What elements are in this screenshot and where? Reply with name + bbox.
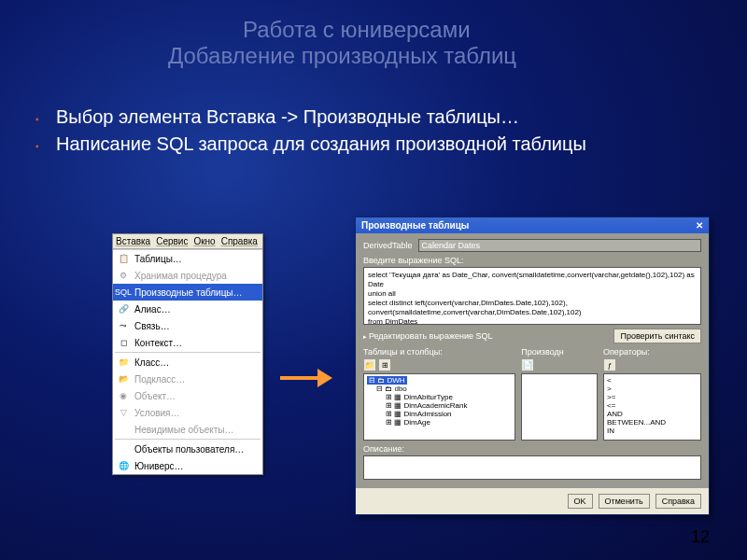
operator-item[interactable]: BETWEEN...AND bbox=[607, 418, 698, 427]
menu-item[interactable]: 📁Класс… bbox=[113, 354, 262, 371]
menu-item[interactable]: Невидимые объекты… bbox=[113, 421, 262, 438]
operator-item[interactable]: IN bbox=[607, 427, 698, 435]
menu-bar-item[interactable]: Вставка bbox=[116, 236, 150, 246]
menu-icon: 📂 bbox=[115, 372, 132, 385]
menu-icon: ▽ bbox=[115, 406, 132, 419]
tree-item[interactable]: ⊟ 🗀 dbo bbox=[367, 385, 512, 393]
operator-item[interactable]: <= bbox=[607, 401, 698, 410]
menu-item-label: Алиас… bbox=[134, 304, 171, 315]
menu-item-label: Таблицы… bbox=[134, 254, 182, 264]
menu-icon: 🌐 bbox=[115, 459, 132, 472]
menu-item[interactable]: SQLПроизводные таблицы… bbox=[113, 284, 262, 301]
derived-label: DerivedTable bbox=[363, 241, 413, 250]
toolbar-icon[interactable]: ƒ bbox=[603, 358, 616, 371]
menu-item-label: Невидимые объекты… bbox=[134, 425, 234, 435]
operator-item[interactable]: AND bbox=[607, 410, 698, 418]
derived-tables-dialog: Производные таблицы ✕ DerivedTable Введи… bbox=[355, 217, 710, 515]
menu-icon bbox=[115, 442, 132, 455]
cancel-button[interactable]: Отменить bbox=[599, 494, 650, 509]
menu-item[interactable]: ⚙Хранимая процедура bbox=[113, 267, 262, 284]
tree-item[interactable]: ⊞ ▦ DimAcademicRank bbox=[367, 401, 512, 410]
tables-tree[interactable]: ⊟ 🗀 DWH⊟ 🗀 dbo⊞ ▦ DimAbiturType⊞ ▦ DimAc… bbox=[363, 373, 515, 441]
dialog-titlebar: Производные таблицы ✕ bbox=[356, 217, 709, 233]
menu-icon: 📁 bbox=[115, 356, 132, 369]
tree-item[interactable]: ⊞ ▦ DimAbiturType bbox=[367, 393, 512, 401]
menu-item-label: Условия… bbox=[134, 408, 180, 418]
bullet-item: Написание SQL запроса для создания произ… bbox=[56, 133, 710, 155]
operator-item[interactable]: < bbox=[607, 376, 698, 385]
sql-textarea[interactable]: select 'Текущая дата' as Date_Char, conv… bbox=[363, 267, 701, 325]
operator-item[interactable]: > bbox=[607, 385, 698, 393]
menu-item-label: Подкласс… bbox=[134, 374, 185, 385]
menu-bar: Вставка Сервис Окно Справка bbox=[113, 234, 262, 249]
menu-item[interactable]: Объекты пользователя… bbox=[113, 441, 262, 457]
menu-item-label: Объект… bbox=[134, 391, 176, 401]
tree-item[interactable]: ⊟ 🗀 DWH bbox=[367, 376, 407, 385]
menu-item[interactable]: 📂Подкласс… bbox=[113, 371, 262, 387]
menu-bar-item[interactable]: Справка bbox=[221, 236, 258, 246]
menu-item-label: Хранимая процедура bbox=[134, 271, 227, 281]
menu-bar-item[interactable]: Окно bbox=[193, 236, 215, 246]
dialog-title: Производные таблицы bbox=[361, 220, 469, 231]
toolbar-icon[interactable]: 📁 bbox=[363, 358, 376, 371]
menu-item[interactable]: 📋Таблицы… bbox=[113, 250, 262, 267]
slide-title-2: Добавление производных таблиц bbox=[168, 43, 719, 69]
menu-icon: ⤳ bbox=[115, 319, 132, 332]
menu-item[interactable]: ▽Условия… bbox=[113, 404, 262, 421]
tables-columns-label: Таблицы и столбцы: bbox=[363, 347, 515, 357]
menu-item[interactable]: 🔗Алиас… bbox=[113, 301, 262, 317]
menu-icon: ⚙ bbox=[115, 269, 132, 282]
menu-icon: SQL bbox=[115, 286, 132, 299]
operators-label: Операторы: bbox=[603, 347, 701, 357]
sql-prompt-label: Введите выражение SQL: bbox=[363, 256, 701, 265]
menu-item-label: Класс… bbox=[134, 357, 169, 368]
check-syntax-button[interactable]: Проверить синтакс bbox=[613, 329, 701, 343]
menu-icon: 🔗 bbox=[115, 302, 132, 315]
menu-bar-item[interactable]: Сервис bbox=[156, 236, 188, 246]
arrow-icon bbox=[280, 369, 336, 387]
description-box[interactable] bbox=[363, 455, 701, 480]
menu-item-label: Связь… bbox=[134, 321, 170, 331]
menu-icon: 📋 bbox=[115, 252, 132, 265]
edit-sql-link[interactable]: Редактировать выражение SQL bbox=[363, 331, 492, 341]
tree-toolbar: 📁 ⊞ bbox=[363, 358, 515, 371]
derived-col-label: Производн bbox=[521, 347, 598, 357]
menu-item[interactable]: ◻Контекст… bbox=[113, 334, 262, 351]
menu-item[interactable]: ⤳Связь… bbox=[113, 317, 262, 334]
toolbar-icon[interactable]: 📄 bbox=[521, 358, 534, 371]
menu-item[interactable]: ◉Объект… bbox=[113, 387, 262, 404]
menu-item[interactable]: 🌐Юниверс… bbox=[113, 457, 262, 474]
menu-icon: ◻ bbox=[115, 336, 132, 349]
menu-icon bbox=[115, 423, 132, 436]
bullet-item: Выбор элемента Вставка -> Производные та… bbox=[56, 106, 710, 128]
menu-item-label: Объекты пользователя… bbox=[134, 444, 244, 455]
help-button[interactable]: Справка bbox=[655, 494, 701, 509]
derived-list[interactable] bbox=[521, 373, 598, 441]
close-icon[interactable]: ✕ bbox=[696, 220, 703, 231]
menu-item-label: Контекст… bbox=[134, 338, 182, 348]
tree-item[interactable]: ⊞ ▦ DimAge bbox=[367, 418, 512, 427]
operator-item[interactable]: >= bbox=[607, 393, 698, 401]
menu-item-label: Производные таблицы… bbox=[134, 287, 243, 298]
menu-item-label: Юниверс… bbox=[134, 461, 184, 471]
toolbar-icon[interactable]: ⊞ bbox=[378, 358, 391, 371]
tree-item[interactable]: ⊞ ▦ DimAdmission bbox=[367, 410, 512, 418]
description-label: Описание: bbox=[363, 444, 701, 454]
slide-number: 12 bbox=[691, 527, 710, 547]
menu-icon: ◉ bbox=[115, 389, 132, 402]
insert-menu: Вставка Сервис Окно Справка 📋Таблицы…⚙Хр… bbox=[112, 233, 263, 475]
ok-button[interactable]: OK bbox=[568, 494, 593, 509]
slide-title-1: Работа с юниверсами bbox=[243, 17, 719, 43]
bullet-list: Выбор элемента Вставка -> Производные та… bbox=[0, 97, 747, 155]
derived-name-input[interactable] bbox=[418, 239, 701, 252]
operators-list[interactable]: <>>=<=ANDBETWEEN...ANDIN bbox=[603, 373, 701, 441]
